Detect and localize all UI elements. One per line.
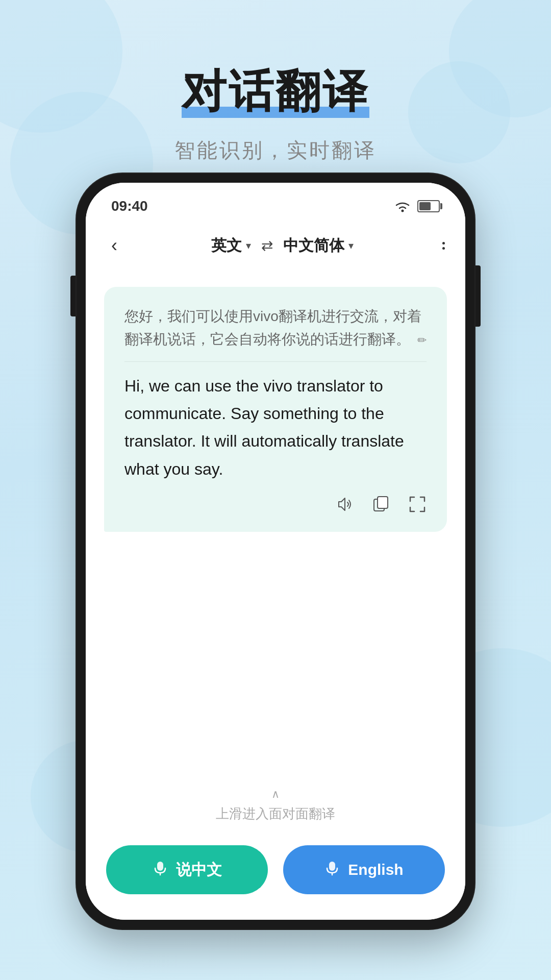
page-title: 对话翻译: [182, 61, 369, 122]
more-options-button[interactable]: [442, 242, 445, 250]
nav-bar: ‹ 英文 ▾ ⇄ 中文简体 ▾: [86, 219, 465, 272]
mic-en-icon: [324, 861, 340, 879]
status-time: 09:40: [111, 198, 148, 214]
expand-button[interactable]: [408, 495, 427, 518]
phone-mockup: 09:40 ‹ 英文: [77, 174, 474, 929]
message-divider: [124, 361, 427, 362]
message-translated-text: Hi, we can use the vivo translator to co…: [124, 372, 427, 483]
swap-languages-button[interactable]: ⇄: [261, 237, 273, 254]
more-dot-2: [442, 247, 445, 250]
svg-rect-2: [378, 497, 388, 508]
phone-outer: 09:40 ‹ 英文: [77, 174, 474, 929]
speak-chinese-label: 说中文: [176, 860, 222, 880]
bottom-bar: 说中文 English: [86, 833, 465, 920]
target-lang-chevron: ▾: [348, 239, 354, 252]
more-dot-1: [442, 242, 445, 244]
phone-screen: 09:40 ‹ 英文: [86, 183, 465, 920]
back-button[interactable]: ‹: [106, 230, 122, 261]
speak-english-button[interactable]: English: [283, 845, 445, 894]
svg-rect-5: [329, 862, 335, 871]
battery-icon: [417, 200, 440, 212]
slide-chevron-icon: ∧: [86, 788, 465, 801]
page-header: 对话翻译 智能识别，实时翻译: [0, 0, 551, 164]
message-actions: [124, 495, 427, 518]
chat-area: 您好，我们可以使用vivo翻译机进行交流，对着翻译机说话，它会自动将你说的话进行…: [86, 272, 465, 772]
status-icons: [394, 200, 440, 213]
page-subtitle: 智能识别，实时翻译: [0, 136, 551, 164]
message-bubble: 您好，我们可以使用vivo翻译机进行交流，对着翻译机说话，它会自动将你说的话进行…: [104, 287, 447, 532]
speak-english-label: English: [348, 861, 403, 878]
source-lang-selector[interactable]: 英文 ▾: [211, 235, 251, 256]
mic-cn-icon: [153, 861, 168, 879]
status-bar: 09:40: [86, 183, 465, 219]
source-lang-chevron: ▾: [246, 239, 251, 252]
slide-hint-label: 上滑进入面对面翻译: [216, 806, 335, 821]
message-original-text: 您好，我们可以使用vivo翻译机进行交流，对着翻译机说话，它会自动将你说的话进行…: [124, 305, 427, 351]
volume-button[interactable]: [336, 495, 354, 518]
speak-chinese-button[interactable]: 说中文: [106, 845, 268, 894]
target-lang-selector[interactable]: 中文简体 ▾: [283, 235, 354, 256]
svg-point-0: [402, 210, 404, 212]
battery-fill: [419, 202, 431, 210]
edit-icon[interactable]: ✏: [417, 334, 427, 347]
target-lang-label: 中文简体: [283, 235, 344, 256]
nav-center: 英文 ▾ ⇄ 中文简体 ▾: [122, 235, 442, 256]
wifi-icon: [394, 200, 411, 213]
slide-hint: ∧ 上滑进入面对面翻译: [86, 772, 465, 833]
svg-rect-3: [157, 862, 163, 871]
copy-button[interactable]: [372, 495, 390, 518]
source-lang-label: 英文: [211, 235, 242, 256]
